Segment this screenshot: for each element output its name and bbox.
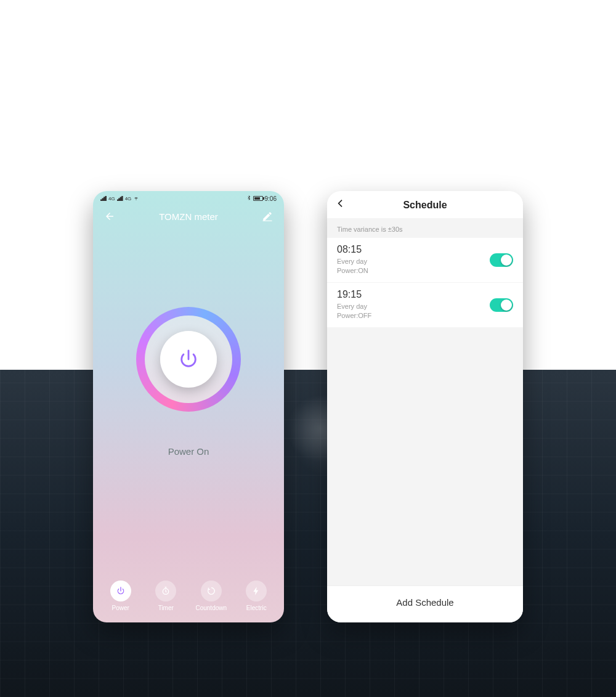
status-bar: 4G 4G 9:06	[93, 191, 284, 203]
schedule-time: 19:15	[337, 289, 371, 300]
variance-note: Time variance is ±30s	[327, 218, 523, 238]
bluetooth-icon	[246, 195, 251, 202]
schedule-item[interactable]: 08:15 Every day Power:ON	[327, 238, 523, 282]
power-icon	[116, 586, 126, 596]
tab-label: Countdown	[193, 605, 230, 611]
phone-schedule: Schedule Time variance is ±30s 08:15 Eve…	[327, 191, 523, 622]
countdown-icon	[206, 586, 216, 596]
spacer	[327, 328, 523, 585]
power-button[interactable]	[160, 331, 217, 388]
back-icon[interactable]	[336, 198, 346, 211]
net-label-2: 4G	[125, 196, 132, 202]
toggle-switch[interactable]	[490, 253, 513, 267]
power-button-wrap	[93, 307, 284, 412]
power-ring	[136, 307, 241, 412]
schedule-action: Power:ON	[337, 266, 368, 275]
svg-rect-0	[263, 221, 272, 221]
bolt-icon	[251, 586, 261, 596]
signal-icon	[100, 196, 107, 201]
app-title: TOMZN meter	[159, 211, 218, 222]
tab-power[interactable]: Power	[102, 581, 139, 611]
schedule-time: 08:15	[337, 244, 368, 255]
tab-timer[interactable]: Timer	[147, 581, 184, 611]
edit-icon[interactable]	[262, 211, 273, 222]
tab-label: Electric	[238, 605, 275, 611]
back-icon[interactable]	[104, 211, 115, 222]
schedule-title: Schedule	[403, 200, 447, 211]
bottom-tabs: Power Timer Countdown Electric	[93, 581, 284, 611]
net-label-1: 4G	[108, 196, 115, 202]
phones-row: 4G 4G 9:06 TOMZN meter	[0, 166, 616, 622]
toggle-switch[interactable]	[490, 298, 513, 312]
schedule-repeat: Every day	[337, 302, 371, 311]
tab-label: Timer	[147, 605, 184, 611]
app-bar: TOMZN meter	[93, 203, 284, 227]
tab-electric[interactable]: Electric	[238, 581, 275, 611]
schedule-item[interactable]: 19:15 Every day Power:OFF	[327, 283, 523, 327]
phone-power: 4G 4G 9:06 TOMZN meter	[93, 191, 284, 622]
signal-icon-2	[117, 196, 123, 201]
timer-icon	[161, 586, 171, 596]
tab-label: Power	[102, 605, 139, 611]
tab-countdown[interactable]: Countdown	[193, 581, 230, 611]
add-schedule-button[interactable]: Add Schedule	[327, 585, 523, 622]
power-status-text: Power On	[93, 446, 284, 457]
status-time: 9:06	[265, 195, 277, 202]
wifi-icon	[133, 196, 139, 201]
battery-icon	[253, 196, 263, 201]
schedule-action: Power:OFF	[337, 311, 371, 320]
power-icon	[178, 349, 199, 370]
schedule-repeat: Every day	[337, 257, 368, 266]
schedule-header: Schedule	[327, 191, 523, 218]
